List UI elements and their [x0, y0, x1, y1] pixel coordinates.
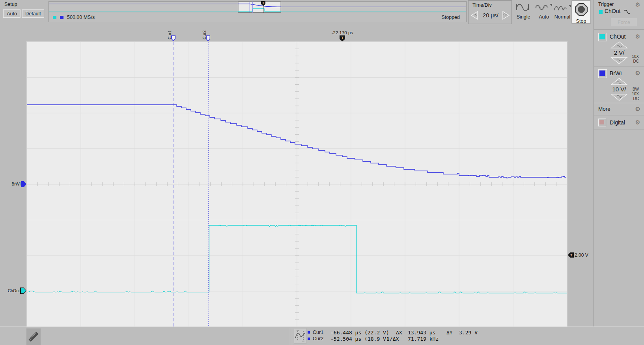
brwi-scale-down-button[interactable]: [610, 93, 628, 103]
brwi-channel-name[interactable]: BrWi: [610, 70, 622, 76]
dx-label: ΔX: [396, 330, 402, 336]
cursor1-flag-icon[interactable]: [171, 35, 175, 41]
auto-label: Auto: [535, 14, 553, 20]
single-label: Single: [513, 14, 534, 20]
digital-section[interactable]: Digital ⚙: [594, 115, 644, 130]
setup-title: Setup: [4, 2, 17, 7]
cur2-name: Cur2: [313, 336, 323, 341]
invdx-label: 1/ΔX: [386, 336, 399, 342]
stop-icon: [574, 2, 589, 17]
chout-coupling-badge: DC: [633, 59, 639, 63]
ruler-icon: [28, 331, 39, 343]
ruler-tool-button[interactable]: [26, 328, 41, 345]
chout-probe-badge: 10X: [632, 54, 639, 59]
cur2-readout: -52.504 µs (18.9 V): [330, 336, 389, 342]
digital-label: Digital: [610, 119, 625, 126]
cursor-readout-button[interactable]: [294, 328, 306, 344]
chout-color-key: [53, 16, 56, 19]
single-icon: [514, 2, 532, 13]
timebase-decrease-button[interactable]: [469, 9, 480, 21]
dx-value: 13.943 µs: [408, 330, 435, 336]
cur1-name: Cur1: [313, 330, 323, 335]
brwi-probe-badge: 10X: [632, 92, 639, 96]
brwi-ground-marker-icon[interactable]: [21, 181, 26, 187]
brwi-ground-label: BrWi: [7, 182, 21, 186]
trigger-gear-icon[interactable]: ⚙: [635, 2, 640, 7]
auto-setup-button[interactable]: Auto: [3, 9, 21, 18]
divider: [292, 328, 292, 345]
chout-ground-label: ChOut: [4, 288, 20, 293]
single-button[interactable]: Single: [513, 2, 534, 22]
trigger-level-badge-icon[interactable]: T: [568, 252, 574, 258]
brwi-channel-section: BrWi ⚙ 10 V/ BW 10X DC: [594, 67, 644, 103]
trigger-source-swatch: [599, 10, 603, 14]
trigger-title: Trigger: [598, 2, 614, 7]
sample-rate: 500.00 MS/s: [67, 15, 95, 20]
cur1-readout: -66.448 µs (22.2 V): [330, 330, 389, 336]
timebase-increase-button[interactable]: [501, 9, 511, 21]
default-setup-button[interactable]: Default: [22, 9, 44, 18]
down-arrow-icon: [610, 93, 628, 101]
chout-gear-icon[interactable]: ⚙: [635, 33, 640, 39]
timebase-value[interactable]: 20 µs/: [480, 12, 501, 19]
digital-enable-checkbox[interactable]: [598, 119, 606, 126]
brwi-color-swatch: [599, 70, 605, 76]
acquisition-status: Stopped: [441, 15, 460, 20]
next-timebase-icon: [501, 9, 511, 21]
more-label: More: [598, 106, 610, 112]
right-panel: Trigger ⚙ ChOut Force ChOut ⚙ 2 V/: [594, 0, 644, 345]
stop-label: Stop: [572, 19, 590, 24]
trigger-time-label: -22.170 µs: [323, 30, 361, 35]
trigger-section: Trigger ⚙ ChOut Force: [594, 0, 644, 30]
chout-enable-checkbox[interactable]: [598, 33, 607, 41]
cursor2-flag-icon[interactable]: [206, 35, 210, 41]
brwi-enable-checkbox[interactable]: [598, 69, 607, 78]
dy-label: ΔY: [446, 330, 453, 336]
chout-channel-name[interactable]: ChOut: [610, 33, 625, 40]
auto-icon: [535, 2, 553, 13]
up-arrow-icon: [610, 78, 628, 85]
divider: [290, 328, 290, 345]
normal-icon: [553, 2, 571, 13]
trigger-time-badge-icon[interactable]: T: [340, 35, 345, 41]
chout-channel-section: ChOut ⚙ 2 V/ 10X DC: [594, 30, 644, 67]
more-gear-icon[interactable]: ⚙: [635, 106, 640, 112]
invdx-value: 71.719 kHz: [408, 336, 439, 342]
cursor2-bullet: [308, 338, 310, 340]
cursor1-bullet: [308, 331, 310, 334]
overview-minimap[interactable]: [49, 2, 466, 13]
bottom-bar: Cur1 -66.448 µs (22.2 V) ΔX 13.943 µs ΔY…: [0, 326, 644, 345]
stop-button[interactable]: Stop: [571, 0, 591, 24]
chout-scale-down-button[interactable]: [610, 57, 628, 66]
setup-panel: Setup Auto Default: [0, 0, 47, 22]
normal-label: Normal: [553, 14, 572, 20]
waveform-plot: [27, 42, 567, 327]
digital-gear-icon[interactable]: ⚙: [635, 119, 640, 125]
dy-value: 3.29 V: [459, 330, 478, 336]
oscilloscope-app: Setup Auto Default 500.00 MS/s Stopped T…: [0, 0, 644, 345]
waveform-plot-area[interactable]: [26, 41, 567, 327]
auto-trigger-button[interactable]: Auto: [535, 2, 553, 22]
chout-ground-marker-icon[interactable]: [20, 288, 26, 294]
acquisition-overview[interactable]: 500.00 MS/s Stopped: [49, 1, 467, 22]
timebase-label: Time/Div: [472, 2, 492, 8]
more-section[interactable]: More ⚙: [594, 103, 644, 115]
chout-color-swatch: [599, 34, 605, 39]
brwi-bw-badge: BW: [633, 87, 639, 91]
cursor-measure-icon: [294, 328, 306, 343]
force-trigger-button[interactable]: Force: [610, 18, 637, 27]
digital-color-swatch: [599, 120, 604, 124]
trigger-source[interactable]: ChOut: [605, 8, 620, 14]
brwi-coupling-badge: DC: [633, 96, 639, 101]
trigger-level-value: 2.00 V: [575, 252, 588, 258]
timebase-panel: Time/Div 20 µs/: [468, 0, 512, 24]
down-arrow-icon: [610, 57, 628, 65]
normal-trigger-button[interactable]: Normal: [553, 2, 572, 22]
up-arrow-icon: [610, 41, 628, 49]
prev-timebase-icon: [469, 9, 480, 21]
brwi-color-key: [60, 16, 63, 19]
falling-edge-icon: [623, 9, 631, 15]
brwi-gear-icon[interactable]: ⚙: [635, 70, 640, 76]
